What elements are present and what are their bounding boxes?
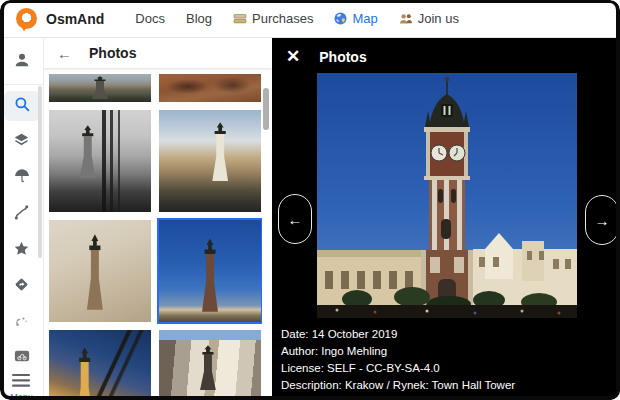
photo-thumbnail-street-view[interactable] <box>159 330 261 400</box>
photos-panel-scrollbar[interactable] <box>263 88 269 130</box>
umbrella-icon <box>13 167 31 189</box>
nav-link-docs[interactable]: Docs <box>135 11 165 26</box>
photo-thumbnail-tower-at-dusk[interactable] <box>49 330 151 400</box>
nav-link-purchases[interactable]: Purchases <box>233 11 313 26</box>
globe-icon <box>334 12 347 25</box>
sidebar-item-navigation[interactable] <box>4 271 40 301</box>
close-icon[interactable]: ✕ <box>286 48 300 65</box>
search-icon <box>13 95 31 117</box>
sidebar-item-tracks[interactable] <box>4 199 40 229</box>
sidebar-item-travel[interactable] <box>4 343 40 373</box>
route-icon <box>12 203 31 226</box>
arrow-left-icon: ← <box>288 211 303 228</box>
nav-link-blog[interactable]: Blog <box>186 11 212 26</box>
sidebar-item-plan-route[interactable] <box>4 307 40 337</box>
photo-thumbnail-horses-painting[interactable] <box>159 74 261 102</box>
photo-author: Author: Ingo Mehling <box>281 343 515 360</box>
hamburger-menu-icon <box>12 373 30 391</box>
sidebar-item-weather[interactable] <box>4 163 40 193</box>
photos-panel-header: ← Photos <box>44 38 272 68</box>
brand-name[interactable]: OsmAnd <box>46 11 104 27</box>
photo-description: Description: Krakow / Rynek: Town Hall T… <box>281 377 515 394</box>
sidebar-scrollbar[interactable] <box>38 86 42 258</box>
nav-link-map[interactable]: Map <box>334 11 377 26</box>
left-sidebar: Menu <box>0 38 44 400</box>
photo-license: License: SELF - CC-BY-SA-4.0 <box>281 360 515 377</box>
plan-route-icon <box>12 311 31 334</box>
menu-label: Menu <box>10 392 33 400</box>
main-photo-town-hall-tower <box>317 73 577 318</box>
photos-panel-title: Photos <box>89 45 136 61</box>
arrow-right-icon: → <box>595 212 610 229</box>
layers-icon <box>12 131 31 154</box>
photo-grid <box>44 68 262 400</box>
nav-link-join-us[interactable]: Join us <box>399 11 459 26</box>
photo-thumbnail-town-hall-tower[interactable] <box>159 220 261 322</box>
directions-icon <box>12 275 31 298</box>
sidebar-item-search[interactable] <box>4 91 40 121</box>
sidebar-item-account[interactable] <box>4 47 40 77</box>
next-photo-button[interactable]: → <box>585 195 619 245</box>
sidebar-item-configure-map[interactable] <box>4 127 40 157</box>
photo-date: Date: 14 October 2019 <box>281 326 515 343</box>
photo-thumbnail-homage-painting[interactable] <box>159 110 261 212</box>
star-icon <box>12 239 31 262</box>
photo-viewer-header: ✕ Photos <box>272 38 620 65</box>
photo-metadata: Date: 14 October 2019 Author: Ingo Mehli… <box>281 326 515 394</box>
sidebar-item-favorites[interactable] <box>4 235 40 265</box>
photo-thumbnail-market-square-overview[interactable] <box>49 74 151 102</box>
photos-panel: ← Photos <box>44 38 272 400</box>
purchases-icon <box>233 13 247 25</box>
photo-thumbnail-bw-procession[interactable] <box>49 110 151 212</box>
travel-icon <box>13 348 31 368</box>
photo-viewer: ✕ Photos <box>272 38 620 400</box>
sidebar-item-menu[interactable]: Menu <box>10 373 33 400</box>
back-arrow-icon[interactable]: ← <box>57 46 72 61</box>
person-icon <box>12 50 32 74</box>
join-us-icon <box>399 13 413 25</box>
sidebar-divider <box>0 84 44 85</box>
photo-viewer-title: Photos <box>319 49 366 65</box>
photo-thumbnail-tower-etching[interactable] <box>49 220 151 322</box>
osmand-web-app: OsmAnd Docs Blog Purchases Map Join us <box>0 0 620 400</box>
top-navbar: OsmAnd Docs Blog Purchases Map Join us <box>0 0 620 38</box>
osmand-logo-icon[interactable] <box>16 8 37 29</box>
previous-photo-button[interactable]: ← <box>278 194 312 244</box>
